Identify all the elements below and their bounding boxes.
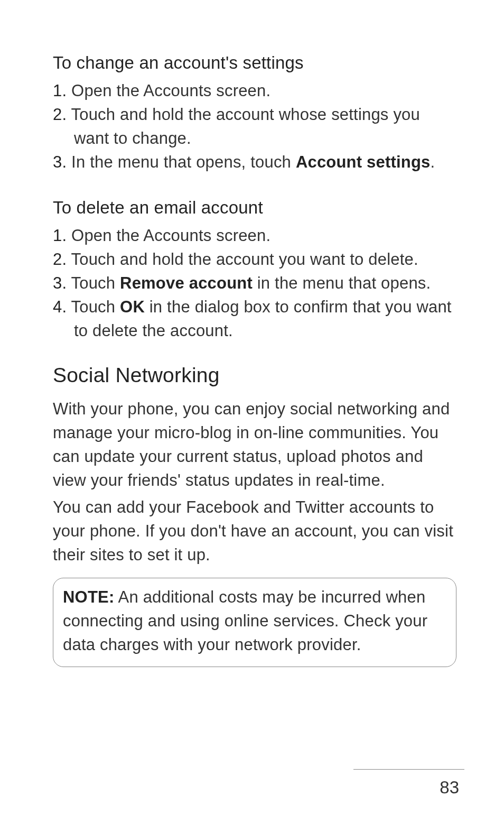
heading-change-account-settings: To change an account's settings [53,53,456,73]
step-text: Open the Accounts screen. [67,81,270,100]
list-item: 1. Open the Accounts screen. [53,79,456,103]
step-number: 3. [53,274,67,292]
step-number: 1. [53,81,67,100]
list-item: 1. Open the Accounts screen. [53,224,456,248]
list-item: 3. In the menu that opens, touch Account… [53,151,456,174]
step-text: Touch [67,298,120,316]
step-text: Touch and hold the account whose setting… [67,105,420,147]
heading-social-networking: Social Networking [53,364,456,387]
paragraph-social-accounts: You can add your Facebook and Twitter ac… [53,496,456,567]
step-text: In the menu that opens, touch [67,153,296,171]
step-text: Open the Accounts screen. [67,226,270,245]
steps-change-account: 1. Open the Accounts screen. 2. Touch an… [53,79,456,174]
step-text: in the menu that opens. [253,274,431,292]
document-page: To change an account's settings 1. Open … [0,0,504,699]
list-item: 3. Touch Remove account in the menu that… [53,272,456,295]
step-text: Touch [67,274,120,292]
bold-term: Remove account [120,274,253,292]
note-box: NOTE: An additional costs may be incurre… [53,578,456,667]
bold-term: Account settings [296,153,431,171]
heading-delete-email-account: To delete an email account [53,198,456,218]
step-text: . [431,153,435,171]
note-text: An additional costs may be incurred when… [63,588,427,654]
list-item: 2. Touch and hold the account whose sett… [53,103,456,151]
step-number: 3. [53,153,67,171]
step-number: 1. [53,226,67,245]
paragraph-social-networking-intro: With your phone, you can enjoy social ne… [53,397,456,493]
step-number: 4. [53,298,67,316]
steps-delete-account: 1. Open the Accounts screen. 2. Touch an… [53,224,456,343]
step-number: 2. [53,105,67,124]
step-number: 2. [53,250,67,269]
note-label: NOTE: [63,588,114,606]
step-text: Touch and hold the account you want to d… [67,250,418,269]
list-item: 4. Touch OK in the dialog box to confirm… [53,295,456,343]
page-number: 83 [440,778,459,798]
bold-term: OK [120,298,145,316]
list-item: 2. Touch and hold the account you want t… [53,248,456,272]
